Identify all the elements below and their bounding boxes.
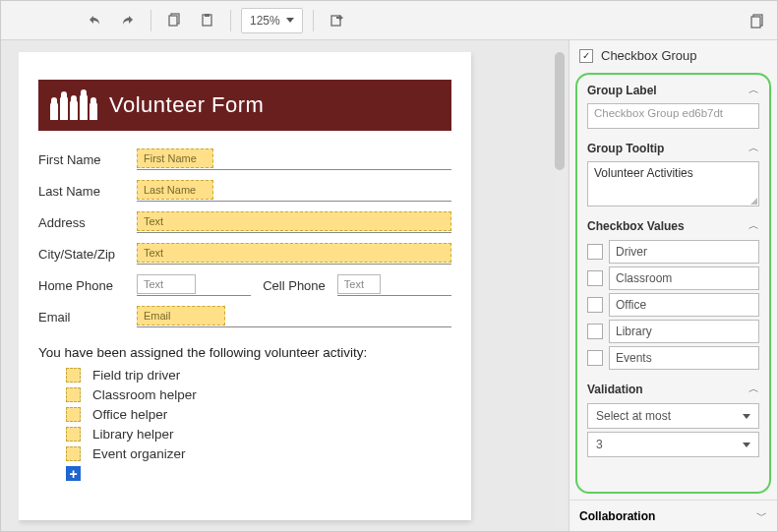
vertical-scrollbar[interactable] bbox=[555, 52, 565, 527]
validation-count-select[interactable]: 3 bbox=[587, 432, 759, 457]
checkbox-input[interactable] bbox=[587, 324, 603, 339]
checkbox-value-input[interactable]: Office bbox=[609, 293, 759, 317]
svg-rect-3 bbox=[205, 14, 209, 17]
redo-icon bbox=[119, 13, 135, 29]
svg-rect-6 bbox=[751, 17, 760, 28]
toolbar-separator bbox=[230, 10, 231, 31]
first-name-row: First Name First Name bbox=[38, 148, 451, 170]
email-field[interactable]: Email bbox=[137, 306, 451, 327]
checkbox-value-input[interactable]: Classroom bbox=[609, 266, 759, 290]
checkbox-value-input[interactable]: Events bbox=[609, 346, 759, 370]
group-label-header[interactable]: Group Label ︿ bbox=[581, 79, 765, 101]
csz-label: City/State/Zip bbox=[38, 247, 137, 262]
checkbox-value-row: Office bbox=[587, 293, 759, 317]
checkbox-input[interactable] bbox=[587, 350, 603, 366]
checkbox-placeholder-icon bbox=[66, 446, 81, 461]
paste-icon bbox=[200, 13, 214, 28]
validation-rule-select[interactable]: Select at most bbox=[587, 403, 759, 429]
validation-header-text: Validation bbox=[587, 383, 643, 396]
checkbox-input[interactable] bbox=[587, 244, 603, 260]
document-page: Volunteer Form First Name First Name Las… bbox=[19, 52, 471, 520]
add-checkbox-button[interactable]: + bbox=[66, 466, 81, 481]
checkbox-value-row: Library bbox=[587, 320, 759, 343]
validation-section: Validation ︿ Select at most 3 bbox=[581, 378, 765, 457]
zoom-value: 125% bbox=[250, 14, 280, 28]
csz-field[interactable]: Text bbox=[137, 243, 451, 265]
zoom-select[interactable]: 125% bbox=[241, 8, 303, 33]
plus-icon: + bbox=[69, 466, 77, 482]
validation-header[interactable]: Validation ︿ bbox=[581, 378, 765, 400]
redo-button[interactable] bbox=[113, 7, 141, 34]
chevron-up-icon: ︿ bbox=[748, 218, 759, 233]
checkbox-value-input[interactable]: Library bbox=[609, 320, 759, 343]
group-tooltip-input[interactable]: Volunteer Activities bbox=[587, 161, 759, 207]
activity-checkbox-item[interactable]: Event organizer bbox=[66, 446, 451, 461]
last-name-row: Last Name Last Name bbox=[38, 180, 451, 202]
chevron-down-icon: ﹀ bbox=[756, 508, 767, 523]
email-row: Email Email bbox=[38, 306, 451, 327]
assignment-text: You have been assigned the following vol… bbox=[38, 345, 451, 360]
activity-label: Classroom helper bbox=[92, 387, 197, 402]
checkbox-placeholder-icon bbox=[66, 407, 81, 422]
first-name-field[interactable]: First Name bbox=[137, 148, 451, 170]
activity-label: Office helper bbox=[92, 407, 167, 422]
email-label: Email bbox=[38, 310, 137, 325]
export-button[interactable] bbox=[324, 7, 351, 34]
group-label-section: Group Label ︿ Checkbox Group ed6b7dt bbox=[581, 79, 765, 129]
chevron-up-icon: ︿ bbox=[748, 141, 759, 155]
last-name-label: Last Name bbox=[38, 184, 137, 199]
checkbox-value-row: Events bbox=[587, 346, 759, 370]
last-name-placeholder: Last Name bbox=[137, 180, 213, 200]
home-phone-placeholder: Text bbox=[137, 274, 196, 294]
activity-label: Field trip driver bbox=[92, 368, 180, 383]
group-tooltip-header[interactable]: Group Tooltip ︿ bbox=[581, 137, 765, 159]
chevron-up-icon: ︿ bbox=[748, 83, 759, 97]
copy-icon bbox=[168, 13, 183, 28]
hands-icon bbox=[50, 90, 97, 120]
activity-label: Event organizer bbox=[92, 446, 186, 461]
activity-checkbox-item[interactable]: Library helper bbox=[66, 427, 451, 442]
group-label-input[interactable]: Checkbox Group ed6b7dt bbox=[587, 103, 759, 129]
group-tooltip-section: Group Tooltip ︿ Volunteer Activities bbox=[581, 137, 765, 207]
checkbox-values-header[interactable]: Checkbox Values ︿ bbox=[581, 214, 765, 237]
canvas-area[interactable]: Volunteer Form First Name First Name Las… bbox=[1, 40, 569, 531]
checkbox-values-section: Checkbox Values ︿ Driver Classroom Offic… bbox=[581, 214, 765, 370]
checkbox-value-row: Driver bbox=[587, 240, 759, 264]
component-type-label: Checkbox Group bbox=[601, 48, 697, 63]
home-phone-field[interactable]: Text bbox=[137, 274, 251, 296]
chevron-down-icon bbox=[286, 18, 294, 23]
toolbar: 125% bbox=[1, 1, 777, 40]
csz-row: City/State/Zip Text bbox=[38, 243, 451, 265]
checkbox-value-input[interactable]: Driver bbox=[609, 240, 759, 264]
collaboration-header-text: Collaboration bbox=[579, 509, 655, 523]
activity-checkbox-item[interactable]: Field trip driver bbox=[66, 368, 451, 383]
scrollbar-thumb[interactable] bbox=[555, 52, 565, 170]
checkbox-value-row: Classroom bbox=[587, 266, 759, 290]
activity-checkbox-item[interactable]: Classroom helper bbox=[66, 387, 451, 402]
undo-icon bbox=[88, 13, 103, 29]
csz-placeholder: Text bbox=[137, 243, 451, 263]
undo-button[interactable] bbox=[82, 7, 109, 34]
copy-button[interactable] bbox=[161, 7, 189, 34]
checkbox-input[interactable] bbox=[587, 270, 603, 286]
app-root: 125% bbox=[0, 0, 778, 532]
form-banner: Volunteer Form bbox=[38, 80, 451, 131]
last-name-field[interactable]: Last Name bbox=[137, 180, 451, 202]
cell-phone-field[interactable]: Text bbox=[337, 274, 451, 296]
component-type-row: ✓ Checkbox Group bbox=[569, 40, 777, 71]
toolbar-separator bbox=[150, 10, 151, 31]
properties-highlight: Group Label ︿ Checkbox Group ed6b7dt Gro… bbox=[575, 73, 771, 494]
checkbox-placeholder-icon bbox=[66, 427, 81, 442]
panels-toggle-button[interactable] bbox=[744, 7, 771, 34]
paste-button[interactable] bbox=[193, 7, 220, 34]
checkbox-input[interactable] bbox=[587, 297, 603, 313]
address-field[interactable]: Text bbox=[137, 211, 451, 233]
collaboration-header[interactable]: Collaboration ﹀ bbox=[569, 500, 777, 531]
panels-icon bbox=[749, 13, 765, 29]
group-label-header-text: Group Label bbox=[587, 84, 657, 97]
group-label-placeholder: Checkbox Group ed6b7dt bbox=[594, 107, 723, 119]
cell-phone-placeholder: Text bbox=[337, 274, 381, 294]
activity-checkbox-item[interactable]: Office helper bbox=[66, 407, 451, 422]
resize-handle-icon[interactable] bbox=[750, 198, 757, 205]
address-placeholder: Text bbox=[137, 211, 451, 231]
